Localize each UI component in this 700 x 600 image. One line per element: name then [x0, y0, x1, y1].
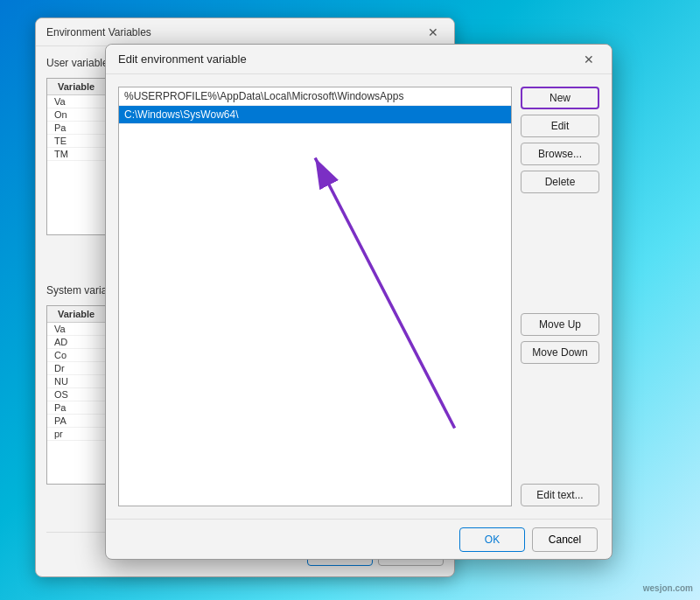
- new-button[interactable]: New: [521, 87, 599, 109]
- edit-ok-button[interactable]: OK: [459, 527, 525, 552]
- edit-text-button[interactable]: Edit text...: [521, 484, 599, 506]
- move-down-button[interactable]: Move Down: [521, 341, 599, 364]
- edit-dialog-body: %USERPROFILE%\AppData\Local\Microsoft\Wi…: [106, 74, 612, 519]
- move-up-button[interactable]: Move Up: [521, 313, 599, 336]
- edit-cancel-button[interactable]: Cancel: [532, 527, 598, 552]
- list-item-1[interactable]: %USERPROFILE%\AppData\Local\Microsoft\Wi…: [119, 87, 511, 106]
- env-dialog-titlebar: Environment Variables ✕: [36, 18, 454, 46]
- edit-buttons-panel: New Edit Browse... Delete Move Up Move D…: [521, 87, 599, 506]
- path-list[interactable]: %USERPROFILE%\AppData\Local\Microsoft\Wi…: [118, 87, 512, 506]
- edit-dialog-close-button[interactable]: ✕: [578, 49, 599, 70]
- browse-button[interactable]: Browse...: [521, 143, 599, 165]
- edit-dialog-footer: OK Cancel: [106, 519, 612, 559]
- edit-button[interactable]: Edit: [521, 115, 599, 137]
- watermark: wesjon.com: [643, 583, 693, 593]
- system-col-variable: Variable: [51, 308, 102, 320]
- user-col-variable: Variable: [51, 80, 102, 93]
- delete-button[interactable]: Delete: [521, 171, 599, 193]
- edit-dialog-titlebar: Edit environment variable ✕: [106, 45, 612, 74]
- edit-env-dialog: Edit environment variable ✕ %USERPROFILE…: [105, 44, 612, 560]
- edit-dialog-title: Edit environment variable: [118, 52, 578, 66]
- list-item-2[interactable]: C:\Windows\SysWow64\: [119, 106, 511, 124]
- env-dialog-title: Environment Variables: [46, 26, 423, 38]
- env-dialog-close-button[interactable]: ✕: [423, 22, 444, 43]
